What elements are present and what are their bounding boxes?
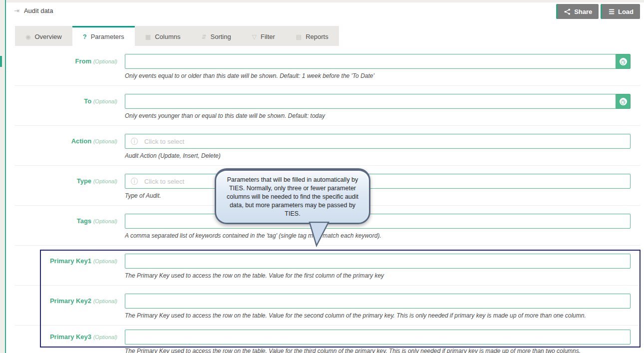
primary-key1-input[interactable] xyxy=(125,254,631,269)
from-help-text: Only events equal to or older than this … xyxy=(125,72,635,79)
tab-filter[interactable]: ▽ Filter xyxy=(242,26,286,46)
primary-key2-optional-text: (Optional) xyxy=(93,298,117,304)
type-input-wrap: ⓘ xyxy=(125,174,631,189)
load-button-label: Load xyxy=(618,8,634,15)
primary-key3-label: Primary Key3 (Optional) xyxy=(15,333,117,341)
filter-funnel-icon: ▽ xyxy=(252,34,257,40)
callout-bubble: Parameters that will be filled in automa… xyxy=(215,168,370,224)
load-button[interactable]: ☰ Load xyxy=(601,4,640,19)
action-label-text: Action xyxy=(71,137,91,145)
tab-overview[interactable]: ◉ Overview xyxy=(15,26,72,46)
question-mark-icon: ? xyxy=(83,33,87,40)
primary-key2-input-wrap xyxy=(125,294,631,309)
form-row-primary-key3: Primary Key3 (Optional) The Primary Key … xyxy=(15,326,641,353)
scrollbar-thumb[interactable] xyxy=(0,56,2,67)
action-label: Action (Optional) xyxy=(15,137,117,145)
menu-list-icon: ☰ xyxy=(609,8,615,15)
tab-columns[interactable]: ▦ Columns xyxy=(135,26,191,46)
primary-key3-optional-text: (Optional) xyxy=(93,334,117,340)
action-help-text: Audit Action (Update, Insert, Delete) xyxy=(125,152,635,159)
primary-key3-input-wrap xyxy=(125,330,631,345)
from-label: From (Optional) xyxy=(15,57,117,65)
tags-input-wrap xyxy=(125,214,631,229)
parameters-callout: Parameters that will be filled in automa… xyxy=(215,168,370,224)
to-input-wrap: ◷ xyxy=(125,94,631,109)
primary-key2-input[interactable] xyxy=(125,294,631,309)
enter-arrow-icon: ⇥ xyxy=(14,7,19,14)
form-row-to: To (Optional) ◷ Only events younger than… xyxy=(15,86,641,126)
action-input-wrap: ⓘ xyxy=(125,134,631,149)
tags-help-text: A comma separated list of keywords conta… xyxy=(125,232,635,239)
from-optional-text: (Optional) xyxy=(93,58,117,64)
action-select-input[interactable] xyxy=(125,134,631,149)
primary-key3-input[interactable] xyxy=(125,330,631,345)
primary-key1-label: Primary Key1 (Optional) xyxy=(15,257,117,265)
tags-label-text: Tags xyxy=(77,217,91,225)
to-help-text: Only events younger than or equal to thi… xyxy=(125,112,635,119)
reports-icon: ▤ xyxy=(296,34,302,40)
callout-tail xyxy=(306,222,333,248)
primary-key3-help-text: The Primary Key used to access the row o… xyxy=(125,348,635,353)
form-row-from: From (Optional) ◷ Only events equal to o… xyxy=(15,46,641,86)
from-label-text: From xyxy=(75,57,92,65)
clock-icon: ◷ xyxy=(620,58,627,65)
type-help-text: Type of Audit. xyxy=(125,192,635,199)
tags-optional-text: (Optional) xyxy=(93,218,117,224)
from-datepicker-button[interactable]: ◷ xyxy=(616,54,631,69)
type-label: Type (Optional) xyxy=(15,177,117,185)
top-gutter xyxy=(0,0,644,2)
type-optional-text: (Optional) xyxy=(93,178,117,184)
left-accent-line xyxy=(5,0,6,353)
tab-overview-label: Overview xyxy=(34,33,61,40)
page-title-row: ⇥ Audit data xyxy=(14,7,53,14)
tab-bar: ◉ Overview ? Parameters ▦ Columns ⇵ Sort… xyxy=(15,26,339,46)
primary-key2-label-text: Primary Key2 xyxy=(50,297,91,305)
tab-columns-label: Columns xyxy=(155,33,180,40)
tags-input[interactable] xyxy=(125,214,631,229)
audit-data-page: ⇥ Audit data Share ☰ Load ◉ Overview ? P… xyxy=(0,0,644,353)
form-row-primary-key2: Primary Key2 (Optional) The Primary Key … xyxy=(15,286,641,326)
primary-key1-input-wrap xyxy=(125,254,631,269)
to-optional-text: (Optional) xyxy=(93,98,117,104)
from-input-wrap: ◷ xyxy=(125,54,631,69)
from-input[interactable] xyxy=(125,54,616,69)
tab-sorting[interactable]: ⇵ Sorting xyxy=(191,26,241,46)
overview-icon: ◉ xyxy=(25,34,30,40)
tab-parameters-label: Parameters xyxy=(91,33,124,40)
columns-icon: ▦ xyxy=(145,34,151,40)
type-label-text: Type xyxy=(77,177,91,185)
share-button-label: Share xyxy=(574,8,592,15)
page-title: Audit data xyxy=(24,7,53,14)
share-button[interactable]: Share xyxy=(556,4,599,19)
tab-parameters[interactable]: ? Parameters xyxy=(72,26,135,46)
tab-reports[interactable]: ▤ Reports xyxy=(286,26,339,46)
primary-key2-help-text: The Primary Key used to access the row o… xyxy=(125,312,635,319)
tab-reports-label: Reports xyxy=(306,33,328,40)
left-gutter xyxy=(0,0,5,353)
tab-sorting-label: Sorting xyxy=(211,33,231,40)
header-buttons: Share ☰ Load xyxy=(556,4,640,19)
sort-icon: ⇵ xyxy=(201,34,206,40)
clock-icon: ◷ xyxy=(620,98,627,105)
type-select-input[interactable] xyxy=(125,174,631,189)
share-icon xyxy=(564,8,571,15)
form-row-action: Action (Optional) ⓘ Audit Action (Update… xyxy=(15,126,641,166)
tab-filter-label: Filter xyxy=(261,33,275,40)
primary-key3-label-text: Primary Key3 xyxy=(50,333,91,341)
to-label-text: To xyxy=(84,97,91,105)
form-row-primary-key1: Primary Key1 (Optional) The Primary Key … xyxy=(15,246,641,286)
primary-key1-label-text: Primary Key1 xyxy=(50,257,91,265)
tags-label: Tags (Optional) xyxy=(15,217,117,225)
to-datepicker-button[interactable]: ◷ xyxy=(616,94,631,109)
to-label: To (Optional) xyxy=(15,97,117,105)
primary-key1-help-text: The Primary Key used to access the row o… xyxy=(125,272,635,279)
to-input[interactable] xyxy=(125,94,616,109)
primary-key1-optional-text: (Optional) xyxy=(93,258,117,264)
action-optional-text: (Optional) xyxy=(93,138,117,144)
primary-key2-label: Primary Key2 (Optional) xyxy=(15,297,117,305)
